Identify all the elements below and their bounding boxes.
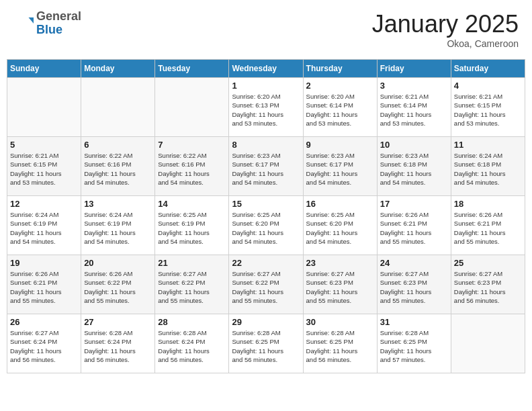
day-info: Sunrise: 6:25 AM Sunset: 6:19 PM Dayligh…: [158, 210, 226, 246]
day-info: Sunrise: 6:26 AM Sunset: 6:21 PM Dayligh…: [454, 210, 522, 246]
day-number: 17: [380, 199, 448, 209]
logo-general-text: General: [36, 10, 81, 24]
day-number: 22: [232, 258, 300, 268]
day-info: Sunrise: 6:22 AM Sunset: 6:16 PM Dayligh…: [84, 151, 152, 187]
day-cell: 16Sunrise: 6:25 AM Sunset: 6:20 PM Dayli…: [303, 196, 377, 255]
day-cell: 17Sunrise: 6:26 AM Sunset: 6:21 PM Dayli…: [377, 196, 451, 255]
day-cell: 2Sunrise: 6:20 AM Sunset: 6:14 PM Daylig…: [303, 78, 377, 137]
day-cell: 24Sunrise: 6:27 AM Sunset: 6:23 PM Dayli…: [377, 255, 451, 314]
day-cell: 13Sunrise: 6:24 AM Sunset: 6:19 PM Dayli…: [81, 196, 155, 255]
day-info: Sunrise: 6:27 AM Sunset: 6:23 PM Dayligh…: [454, 269, 522, 305]
day-cell: 28Sunrise: 6:28 AM Sunset: 6:24 PM Dayli…: [155, 314, 229, 373]
day-cell: [81, 78, 155, 137]
day-info: Sunrise: 6:24 AM Sunset: 6:19 PM Dayligh…: [10, 210, 78, 246]
day-info: Sunrise: 6:28 AM Sunset: 6:24 PM Dayligh…: [158, 328, 226, 364]
day-number: 24: [380, 258, 448, 268]
calendar-table: SundayMondayTuesdayWednesdayThursdayFrid…: [7, 59, 525, 373]
day-cell: 30Sunrise: 6:28 AM Sunset: 6:25 PM Dayli…: [303, 314, 377, 373]
day-info: Sunrise: 6:27 AM Sunset: 6:22 PM Dayligh…: [232, 269, 300, 305]
day-info: Sunrise: 6:20 AM Sunset: 6:13 PM Dayligh…: [232, 92, 300, 128]
day-cell: 6Sunrise: 6:22 AM Sunset: 6:16 PM Daylig…: [81, 137, 155, 196]
weekday-header-saturday: Saturday: [451, 60, 525, 78]
weekday-header-monday: Monday: [81, 60, 155, 78]
day-cell: 29Sunrise: 6:28 AM Sunset: 6:25 PM Dayli…: [229, 314, 303, 373]
day-cell: 19Sunrise: 6:26 AM Sunset: 6:21 PM Dayli…: [7, 255, 81, 314]
day-cell: [451, 314, 525, 373]
day-cell: 23Sunrise: 6:27 AM Sunset: 6:23 PM Dayli…: [303, 255, 377, 314]
day-info: Sunrise: 6:26 AM Sunset: 6:21 PM Dayligh…: [10, 269, 78, 305]
day-number: 26: [10, 317, 78, 327]
logo-blue-text: Blue: [36, 24, 81, 37]
day-info: Sunrise: 6:23 AM Sunset: 6:17 PM Dayligh…: [306, 151, 374, 187]
day-number: 27: [84, 317, 152, 327]
day-number: 7: [158, 140, 226, 150]
day-cell: 3Sunrise: 6:21 AM Sunset: 6:14 PM Daylig…: [377, 78, 451, 137]
day-number: 4: [454, 81, 522, 91]
day-number: 11: [454, 140, 522, 150]
day-number: 9: [306, 140, 374, 150]
day-number: 8: [232, 140, 300, 150]
weekday-header-friday: Friday: [377, 60, 451, 78]
day-info: Sunrise: 6:27 AM Sunset: 6:24 PM Dayligh…: [10, 328, 78, 364]
svg-marker-1: [29, 17, 34, 24]
day-number: 10: [380, 140, 448, 150]
day-cell: 12Sunrise: 6:24 AM Sunset: 6:19 PM Dayli…: [7, 196, 81, 255]
week-row-3: 12Sunrise: 6:24 AM Sunset: 6:19 PM Dayli…: [7, 196, 525, 255]
day-number: 20: [84, 258, 152, 268]
header: General Blue January 2025 Okoa, Cameroon: [7, 7, 525, 52]
day-number: 16: [306, 199, 374, 209]
week-row-5: 26Sunrise: 6:27 AM Sunset: 6:24 PM Dayli…: [7, 314, 525, 373]
logo-icon: [13, 13, 34, 34]
week-row-2: 5Sunrise: 6:21 AM Sunset: 6:15 PM Daylig…: [7, 137, 525, 196]
day-info: Sunrise: 6:25 AM Sunset: 6:20 PM Dayligh…: [306, 210, 374, 246]
day-number: 30: [306, 317, 374, 327]
weekday-header-thursday: Thursday: [303, 60, 377, 78]
week-row-4: 19Sunrise: 6:26 AM Sunset: 6:21 PM Dayli…: [7, 255, 525, 314]
day-info: Sunrise: 6:22 AM Sunset: 6:16 PM Dayligh…: [158, 151, 226, 187]
day-info: Sunrise: 6:27 AM Sunset: 6:22 PM Dayligh…: [158, 269, 226, 305]
day-number: 13: [84, 199, 152, 209]
day-cell: 18Sunrise: 6:26 AM Sunset: 6:21 PM Dayli…: [451, 196, 525, 255]
day-cell: 14Sunrise: 6:25 AM Sunset: 6:19 PM Dayli…: [155, 196, 229, 255]
week-row-1: 1Sunrise: 6:20 AM Sunset: 6:13 PM Daylig…: [7, 78, 525, 137]
day-cell: [155, 78, 229, 137]
day-info: Sunrise: 6:20 AM Sunset: 6:14 PM Dayligh…: [306, 92, 374, 128]
day-number: 14: [158, 199, 226, 209]
day-cell: 9Sunrise: 6:23 AM Sunset: 6:17 PM Daylig…: [303, 137, 377, 196]
day-info: Sunrise: 6:28 AM Sunset: 6:24 PM Dayligh…: [84, 328, 152, 364]
day-number: 2: [306, 81, 374, 91]
weekday-header-sunday: Sunday: [7, 60, 81, 78]
weekday-header-row: SundayMondayTuesdayWednesdayThursdayFrid…: [7, 60, 525, 78]
day-number: 29: [232, 317, 300, 327]
svg-rect-0: [13, 13, 34, 34]
weekday-header-tuesday: Tuesday: [155, 60, 229, 78]
day-number: 3: [380, 81, 448, 91]
day-info: Sunrise: 6:23 AM Sunset: 6:18 PM Dayligh…: [380, 151, 448, 187]
day-cell: 1Sunrise: 6:20 AM Sunset: 6:13 PM Daylig…: [229, 78, 303, 137]
day-info: Sunrise: 6:21 AM Sunset: 6:15 PM Dayligh…: [10, 151, 78, 187]
day-number: 19: [10, 258, 78, 268]
day-cell: [7, 78, 81, 137]
day-cell: 20Sunrise: 6:26 AM Sunset: 6:22 PM Dayli…: [81, 255, 155, 314]
day-cell: 10Sunrise: 6:23 AM Sunset: 6:18 PM Dayli…: [377, 137, 451, 196]
day-info: Sunrise: 6:28 AM Sunset: 6:25 PM Dayligh…: [380, 328, 448, 364]
location: Okoa, Cameroon: [372, 38, 519, 49]
day-info: Sunrise: 6:21 AM Sunset: 6:15 PM Dayligh…: [454, 92, 522, 128]
day-info: Sunrise: 6:28 AM Sunset: 6:25 PM Dayligh…: [306, 328, 374, 364]
day-info: Sunrise: 6:24 AM Sunset: 6:19 PM Dayligh…: [84, 210, 152, 246]
day-number: 15: [232, 199, 300, 209]
day-cell: 7Sunrise: 6:22 AM Sunset: 6:16 PM Daylig…: [155, 137, 229, 196]
month-title: January 2025: [372, 10, 519, 38]
day-number: 28: [158, 317, 226, 327]
day-number: 5: [10, 140, 78, 150]
day-info: Sunrise: 6:24 AM Sunset: 6:18 PM Dayligh…: [454, 151, 522, 187]
day-info: Sunrise: 6:21 AM Sunset: 6:14 PM Dayligh…: [380, 92, 448, 128]
day-cell: 31Sunrise: 6:28 AM Sunset: 6:25 PM Dayli…: [377, 314, 451, 373]
day-info: Sunrise: 6:28 AM Sunset: 6:25 PM Dayligh…: [232, 328, 300, 364]
day-cell: 5Sunrise: 6:21 AM Sunset: 6:15 PM Daylig…: [7, 137, 81, 196]
day-cell: 8Sunrise: 6:23 AM Sunset: 6:17 PM Daylig…: [229, 137, 303, 196]
title-area: January 2025 Okoa, Cameroon: [372, 10, 519, 49]
day-number: 25: [454, 258, 522, 268]
day-info: Sunrise: 6:26 AM Sunset: 6:22 PM Dayligh…: [84, 269, 152, 305]
day-cell: 27Sunrise: 6:28 AM Sunset: 6:24 PM Dayli…: [81, 314, 155, 373]
